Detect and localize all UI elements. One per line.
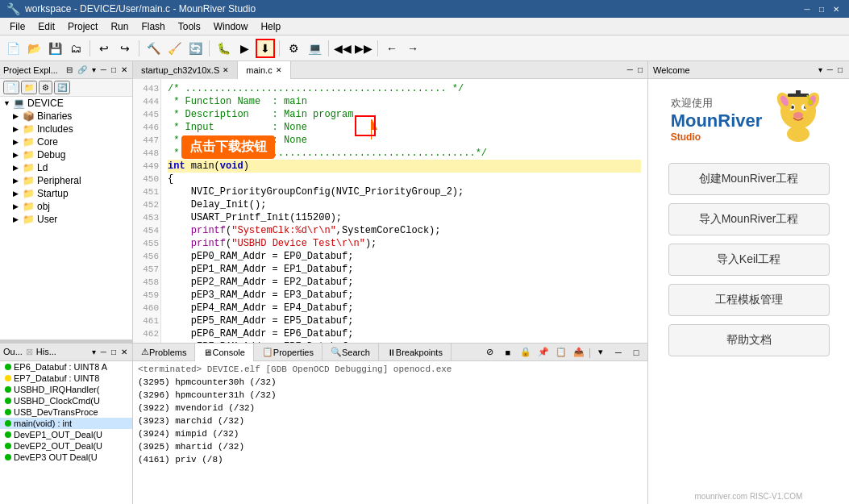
settings-button[interactable]: ⚙	[284, 39, 303, 58]
tree-item-debug[interactable]: ▶ 📁 Debug	[0, 148, 132, 161]
console-copy-button[interactable]: 📋	[553, 345, 569, 360]
outline-item-8[interactable]: DevEP3 OUT Deal(U	[0, 452, 132, 463]
redo-button[interactable]: ↪	[115, 39, 135, 58]
project-templates-button[interactable]: 工程模板管理	[668, 284, 830, 316]
outline-item-2[interactable]: USBHD_IRQHandler(	[0, 384, 132, 395]
welcome-minimize-button[interactable]: ─	[826, 65, 834, 75]
tab-main-c[interactable]: main.c ✕	[238, 61, 290, 79]
align-left-button[interactable]: ◀◀	[333, 39, 352, 58]
tab-main-close[interactable]: ✕	[276, 66, 282, 74]
new-folder-button[interactable]: 📁	[21, 81, 37, 94]
open-button[interactable]: 📂	[24, 39, 44, 58]
editor-maximize-button[interactable]: □	[636, 65, 644, 75]
console-export-button[interactable]: 📤	[571, 345, 587, 360]
run-button[interactable]: ▶	[235, 39, 254, 58]
new-file-button[interactable]: 📄	[3, 39, 23, 58]
proj-settings-button[interactable]: ⚙	[39, 81, 52, 94]
outline-item-6[interactable]: DevEP1_OUT_Deal(U	[0, 429, 132, 440]
new-proj-button[interactable]: 📄	[3, 81, 19, 94]
terminal-button[interactable]: 💻	[305, 39, 324, 58]
tree-item-ld[interactable]: ▶ 📁 Ld	[0, 161, 132, 174]
dot-icon-8	[5, 454, 11, 460]
welcome-maximize-button[interactable]: □	[836, 65, 844, 75]
outline-title[interactable]: Ou...	[3, 347, 23, 357]
rebuild-button[interactable]: 🔄	[185, 39, 205, 58]
tree-item-startup[interactable]: ▶ 📁 Startup	[0, 187, 132, 200]
welcome-greeting-prefix: 欢迎使用	[671, 96, 763, 110]
save-all-button[interactable]: 🗂	[66, 39, 85, 58]
tree-item-device[interactable]: ▼ 💻 DEVICE	[0, 97, 132, 110]
outline-close-button[interactable]: ✕	[119, 347, 129, 357]
titlebar-title: workspace - DEVICE/User/main.c - MounRiv…	[25, 3, 256, 15]
outline-minimize-button[interactable]: ─	[99, 347, 108, 357]
debug-button[interactable]: 🐛	[214, 39, 233, 58]
tab-console[interactable]: 🖥 Console	[195, 344, 253, 361]
console-pin-button[interactable]: 📌	[535, 345, 551, 360]
console-scroll-lock-button[interactable]: 🔒	[518, 345, 534, 360]
link-editor-button[interactable]: 🔗	[76, 65, 89, 75]
console-stop-button[interactable]: ■	[500, 345, 516, 360]
tree-item-peripheral[interactable]: ▶ 📁 Peripheral	[0, 174, 132, 187]
collapse-all-button[interactable]: ⊟	[65, 65, 74, 75]
undo-button[interactable]: ↩	[94, 39, 114, 58]
align-right-button[interactable]: ▶▶	[354, 39, 373, 58]
download-button[interactable]: ⬇	[256, 39, 275, 58]
console-minimize-button[interactable]: ─	[610, 345, 626, 360]
tab-problems[interactable]: ⚠ Problems	[133, 344, 195, 361]
maximize-button[interactable]: □	[815, 2, 828, 15]
console-clear-button[interactable]: ⊘	[482, 345, 498, 360]
outline-menu-button[interactable]: ▾	[90, 347, 98, 357]
tree-item-user[interactable]: ▶ 📁 User	[0, 213, 132, 226]
tree-item-core[interactable]: ▶ 📁 Core	[0, 135, 132, 148]
import-keil-button[interactable]: 导入Keil工程	[668, 244, 830, 276]
panel-menu-button[interactable]: ▾	[90, 65, 98, 75]
close-button[interactable]: ✕	[830, 2, 843, 15]
outline-maximize-button[interactable]: □	[110, 347, 118, 357]
welcome-menu-button[interactable]: ▾	[817, 65, 824, 75]
menu-project[interactable]: Project	[61, 19, 104, 34]
tab-search[interactable]: 🔍 Search	[323, 344, 379, 361]
tab-breakpoints[interactable]: ⏸ Breakpoints	[379, 344, 452, 361]
history-title[interactable]: His...	[36, 347, 56, 357]
import-mounriver-button[interactable]: 导入MounRiver工程	[668, 203, 830, 235]
console-maximize-button[interactable]: □	[628, 345, 644, 360]
outline-item-1[interactable]: EP7_Databuf : UINT8	[0, 373, 132, 384]
menu-run[interactable]: Run	[104, 19, 135, 34]
help-docs-button[interactable]: 帮助文档	[668, 324, 830, 356]
minimize-button[interactable]: ─	[801, 2, 814, 15]
tree-label-obj: obj	[37, 201, 50, 212]
menu-help[interactable]: Help	[254, 19, 287, 34]
menu-tools[interactable]: Tools	[172, 19, 207, 34]
code-line-451: NVIC_PriorityGroupConfig(NVIC_PriorityGr…	[168, 185, 641, 198]
menu-file[interactable]: File	[3, 19, 31, 34]
forward-button[interactable]: →	[403, 39, 422, 58]
proj-refresh-button[interactable]: 🔄	[54, 81, 70, 94]
tree-item-obj[interactable]: ▶ 📁 obj	[0, 200, 132, 213]
clean-button[interactable]: 🧹	[164, 39, 184, 58]
create-project-button[interactable]: 创建MounRiver工程	[668, 163, 830, 195]
panel-maximize-button[interactable]: □	[110, 65, 118, 75]
back-button[interactable]: ←	[382, 39, 402, 58]
tree-item-binaries[interactable]: ▶ 📦 Binaries	[0, 110, 132, 123]
menu-window[interactable]: Window	[207, 19, 255, 34]
tree-item-includes[interactable]: ▶ 📁 Includes	[0, 123, 132, 135]
welcome-tab-label[interactable]: Welcome	[653, 65, 690, 75]
outline-item-7[interactable]: DevEP2_OUT_Deal(U	[0, 440, 132, 452]
tab-startup-close[interactable]: ✕	[223, 66, 229, 74]
dot-icon-2	[5, 386, 11, 393]
outline-item-4[interactable]: USB_DevTransProce	[0, 406, 132, 418]
console-menu-button[interactable]: ▾	[593, 345, 609, 360]
editor-minimize-button[interactable]: ─	[626, 65, 635, 75]
menu-flash[interactable]: Flash	[135, 19, 171, 34]
panel-minimize-button[interactable]: ─	[99, 65, 108, 75]
build-button[interactable]: 🔨	[144, 39, 163, 58]
menu-edit[interactable]: Edit	[31, 19, 61, 34]
outline-item-3[interactable]: USBHD_ClockCmd(U	[0, 395, 132, 406]
outline-item-0[interactable]: EP6_Databuf : UINT8 A	[0, 361, 132, 373]
outline-item-5[interactable]: main(void) : int	[0, 418, 132, 429]
panel-close-button[interactable]: ✕	[119, 65, 129, 75]
tree-arrow-ld: ▶	[13, 164, 23, 172]
save-button[interactable]: 💾	[45, 39, 65, 58]
tab-properties[interactable]: 📋 Properties	[254, 344, 323, 361]
tab-startup[interactable]: startup_ch32v10x.S ✕	[133, 61, 238, 79]
